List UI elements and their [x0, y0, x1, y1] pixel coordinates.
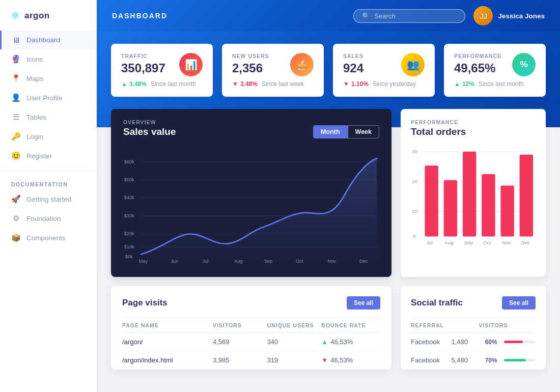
stat-value-performance: 49,65% [454, 61, 501, 75]
svg-text:$20k: $20k [124, 231, 135, 236]
logo-text: argon [24, 11, 50, 21]
chart-toggle: Month Week [313, 125, 379, 138]
social-td-referral: Facebook [411, 338, 451, 346]
sidebar-item-login[interactable]: 🔑 Login [0, 127, 97, 146]
dashboard-icon: 🖥 [11, 36, 20, 44]
charts-row: OVERVIEW Sales value Month Week $60k $50… [111, 109, 546, 277]
stat-card-performance: PERFORMANCE 49,65% % ▲ 12% Since last mo… [444, 44, 546, 97]
stat-change-traffic: ▲ 3.48% Since last month [121, 80, 203, 88]
arrow-down-icon: ▼ [343, 80, 349, 88]
svg-text:Sep: Sep [464, 240, 473, 245]
maps-icon: 📍 [11, 74, 20, 83]
social-td-referral: Facebook [411, 356, 451, 364]
page-visits-card: Page visits See all PAGE NAME VISITORS U… [111, 286, 391, 370]
tables-icon: ☰ [11, 113, 20, 122]
header-title: DASHBOARD [112, 12, 167, 20]
sidebar-item-label: Tables [26, 114, 46, 121]
foundation-icon: ⚙ [11, 214, 20, 223]
stat-icon-traffic: 📊 [179, 53, 203, 76]
svg-rect-30 [444, 180, 457, 237]
sidebar-item-label: Register [26, 152, 52, 160]
sidebar-item-tables[interactable]: ☰ Tables [0, 107, 97, 127]
svg-text:$30k: $30k [124, 213, 135, 218]
social-header-row: REFERRAL VISITORS [411, 318, 536, 333]
sidebar-item-getting-started[interactable]: 🚀 Getting started [0, 189, 97, 209]
svg-text:$40k: $40k [124, 195, 135, 200]
td-visitors: 4,569 [213, 338, 267, 346]
social-td-visitors: 5,480 [451, 356, 485, 364]
svg-text:$10k: $10k [124, 244, 135, 249]
th-page-name: PAGE NAME [122, 322, 213, 328]
register-icon: 😊 [11, 151, 20, 160]
search-bar[interactable]: 🔍 [353, 9, 465, 23]
svg-text:20: 20 [412, 179, 417, 184]
td-unique: 319 [267, 356, 322, 364]
sidebar-item-dashboard[interactable]: 🖥 Dashboard [0, 31, 97, 49]
stat-icon-sales: 👥 [401, 53, 425, 76]
sales-svg-wrap: $60k $50k $40k $30k $20k $10k $0k [123, 150, 379, 269]
social-traffic-header: Social traffic See all [411, 296, 536, 310]
svg-rect-34 [520, 155, 533, 237]
page-visits-header: Page visits See all [122, 296, 380, 310]
stat-change-new-users: ▼ 3.48% Since last week [232, 80, 314, 88]
th-visitors: VISITORS [213, 322, 267, 328]
bounce-arrow-up-icon: ▲ [321, 338, 328, 346]
sales-chart-card: OVERVIEW Sales value Month Week $60k $50… [111, 109, 391, 277]
progress-bar-fill [504, 359, 526, 361]
see-all-social-btn[interactable]: See all [502, 296, 536, 310]
svg-text:Sep: Sep [264, 259, 273, 264]
pct-label: 60% [485, 339, 500, 346]
td-visitors: 3,985 [213, 356, 267, 364]
sidebar-item-label: Getting started [26, 195, 72, 203]
arrow-down-icon: ▼ [232, 80, 238, 88]
progress-bar-fill [504, 341, 523, 343]
social-row: Facebook 1,480 60% [411, 333, 536, 351]
sidebar-item-label: Login [26, 133, 43, 141]
social-traffic-card: Social traffic See all REFERRAL VISITORS… [401, 286, 546, 370]
sidebar-nav: 🖥 Dashboard 🔮 Icons 📍 Maps 👤 User Profil… [0, 31, 97, 392]
svg-text:0: 0 [413, 233, 416, 239]
orders-label: PERFORMANCE [411, 119, 536, 125]
sidebar-item-maps[interactable]: 📍 Maps [0, 69, 97, 88]
doc-section-label: DOCUMENTATION [0, 176, 97, 189]
svg-text:Jun: Jun [171, 259, 178, 264]
progress-bar-wrap: 70% [485, 357, 536, 364]
page-visits-title: Page visits [122, 298, 167, 308]
icons-icon: 🔮 [11, 54, 20, 64]
stat-card-new-users: NEW USERS 2,356 🥧 ▼ 3.48% Since last wee… [222, 44, 324, 97]
sidebar-item-user-profile[interactable]: 👤 User Profile [0, 88, 97, 107]
bottom-row: Page visits See all PAGE NAME VISITORS U… [111, 286, 546, 370]
progress-bar-bg [504, 359, 536, 361]
social-traffic-title: Social traffic [411, 298, 463, 308]
toggle-month-btn[interactable]: Month [313, 125, 347, 138]
td-page-name: /argon/ [122, 338, 213, 346]
table-header-row: PAGE NAME VISITORS UNIQUE USERS BOUNCE R… [122, 318, 380, 333]
toggle-week-btn[interactable]: Week [348, 125, 379, 138]
see-all-page-visits-btn[interactable]: See all [347, 296, 380, 310]
svg-rect-31 [463, 152, 476, 237]
svg-text:Nov: Nov [502, 240, 511, 245]
chart-title: Sales value [123, 126, 176, 137]
logo-icon: ⚛ [10, 9, 20, 22]
main-area: DASHBOARD 🔍 JJ Jessica Jones TRAFFIC [97, 0, 560, 392]
stat-card-traffic: TRAFFIC 350,897 📊 ▲ 3.48% Since last mon… [111, 44, 213, 97]
stats-row: TRAFFIC 350,897 📊 ▲ 3.48% Since last mon… [111, 44, 546, 97]
sidebar-item-foundation[interactable]: ⚙ Foundation [0, 209, 97, 228]
sidebar-item-register[interactable]: 😊 Register [0, 146, 97, 165]
svg-text:10: 10 [412, 208, 417, 214]
user-info[interactable]: JJ Jessica Jones [473, 6, 545, 25]
sidebar-item-icons[interactable]: 🔮 Icons [0, 49, 97, 69]
sidebar-item-components[interactable]: 📦 Components [0, 228, 97, 247]
arrow-up-icon: ▲ [454, 80, 460, 88]
svg-text:$0k: $0k [125, 254, 133, 259]
components-icon: 📦 [11, 233, 20, 242]
search-input[interactable] [374, 12, 456, 20]
th-bounce: BOUNCE RATE [321, 322, 380, 328]
chart-header: OVERVIEW Sales value Month Week [123, 119, 379, 145]
stat-label-performance: PERFORMANCE [454, 53, 501, 59]
user-icon: 👤 [11, 93, 20, 102]
sidebar-item-label: Dashboard [26, 36, 60, 44]
sidebar: ⚛ argon 🖥 Dashboard 🔮 Icons 📍 Maps 👤 Use… [0, 0, 97, 392]
arrow-up-icon: ▲ [121, 80, 127, 88]
login-icon: 🔑 [11, 132, 20, 141]
